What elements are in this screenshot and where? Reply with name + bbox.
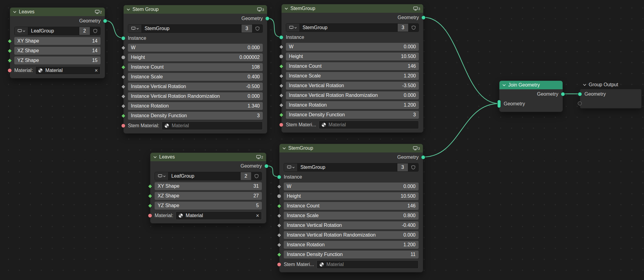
node-header[interactable]: StemGroup 3	[279, 144, 423, 152]
number-field[interactable]: Height 10.500	[284, 192, 419, 200]
number-field[interactable]: Instance Vertical Rotation Randomization…	[286, 91, 419, 99]
node-group-selector[interactable]: StemGroup 3	[282, 22, 423, 33]
instance-input-socket[interactable]	[121, 36, 125, 40]
browse-dropdown-button[interactable]	[284, 163, 297, 171]
geometry-multi-input-socket[interactable]	[497, 100, 501, 108]
geometry-output-socket[interactable]	[264, 164, 269, 168]
number-field[interactable]: YZ Shape 5	[155, 202, 262, 210]
group-name-field[interactable]: StemGroup	[297, 163, 397, 171]
material-field[interactable]: Material ×	[35, 66, 101, 75]
integer-field-input-socket[interactable]	[148, 184, 152, 189]
float-field-input-socket[interactable]	[279, 74, 284, 78]
float-field-input-socket[interactable]	[277, 223, 282, 228]
number-field[interactable]: Instance Rotation 1.200	[286, 101, 419, 109]
browse-dropdown-button[interactable]	[155, 172, 168, 180]
material-input-socket[interactable]	[148, 213, 152, 218]
material-field[interactable]: Material	[319, 121, 419, 129]
material-field[interactable]: Material	[162, 121, 263, 130]
node-header[interactable]: Leaves 2	[150, 153, 266, 161]
integer-field-input-socket[interactable]	[148, 203, 152, 208]
material-field[interactable]: Material	[317, 260, 419, 269]
material-input-socket[interactable]	[8, 68, 12, 73]
group-user-count[interactable]: 2	[79, 27, 90, 35]
group-user-count[interactable]: 3	[397, 163, 408, 171]
node-join-geometry[interactable]: Join Geometry Geometry Geometry	[499, 80, 563, 112]
group-user-count[interactable]: 3	[397, 24, 408, 32]
number-field[interactable]: Instance Vertical Rotation Randomization…	[284, 231, 419, 239]
float-field-input-socket[interactable]	[279, 45, 284, 49]
number-field[interactable]: Instance Count 108	[128, 63, 263, 71]
float-field-input-socket[interactable]	[121, 94, 126, 99]
float-input-socket[interactable]	[121, 55, 125, 60]
integer-field-input-socket[interactable]	[121, 114, 126, 118]
collapse-chevron-icon[interactable]	[153, 156, 157, 158]
browse-dropdown-button[interactable]	[15, 27, 28, 35]
number-field[interactable]: W 0.000	[284, 183, 419, 190]
geometry-output-socket[interactable]	[265, 16, 269, 21]
integer-field-input-socket[interactable]	[148, 194, 152, 198]
fake-user-shield-icon[interactable]	[90, 27, 100, 35]
collapse-chevron-icon[interactable]	[285, 8, 288, 10]
integer-field-input-socket[interactable]	[8, 49, 12, 53]
unlink-x-icon[interactable]: ×	[93, 68, 98, 73]
fake-user-shield-icon[interactable]	[408, 24, 419, 32]
browse-dropdown-button[interactable]	[286, 24, 300, 32]
number-field[interactable]: W 0.000	[128, 44, 263, 52]
number-field[interactable]: Instance Vertical Rotation -3.500	[286, 82, 419, 90]
fake-user-shield-icon[interactable]	[251, 172, 262, 180]
geometry-output-socket[interactable]	[421, 155, 425, 159]
node-header[interactable]: StemGroup 3	[282, 4, 423, 13]
group-name-field[interactable]: StemGroup	[142, 25, 241, 32]
float-field-input-socket[interactable]	[121, 75, 126, 79]
collapse-chevron-icon[interactable]	[13, 11, 16, 13]
number-field[interactable]: Height 10.500	[286, 53, 419, 60]
group-user-count[interactable]: 2	[240, 172, 251, 180]
geometry-output-socket[interactable]	[421, 15, 426, 20]
float-field-input-socket[interactable]	[279, 84, 284, 88]
node-header[interactable]: Stem Group 3	[124, 5, 267, 14]
material-field[interactable]: Material ×	[176, 211, 262, 220]
instance-input-socket[interactable]	[279, 35, 283, 39]
float-field-input-socket[interactable]	[121, 84, 126, 89]
node-leaves-a[interactable]: Leaves 2 Geometry LeafGroup 2	[10, 7, 105, 78]
node-group-selector[interactable]: LeafGroup 2	[150, 171, 266, 181]
number-field[interactable]: Instance Scale 1.200	[286, 72, 419, 80]
node-header[interactable]: Group Output	[580, 80, 642, 89]
float-field-input-socket[interactable]	[121, 104, 126, 108]
number-field[interactable]: Instance Count 146	[284, 202, 419, 210]
float-field-input-socket[interactable]	[277, 213, 282, 218]
float-input-socket[interactable]	[279, 54, 283, 59]
material-input-socket[interactable]	[277, 262, 281, 267]
group-name-field[interactable]: StemGroup	[300, 24, 397, 32]
node-group-selector[interactable]: StemGroup 3	[279, 162, 423, 172]
material-input-socket[interactable]	[121, 124, 125, 128]
number-field[interactable]: XY Shape 31	[155, 182, 262, 190]
number-field[interactable]: XZ Shape 27	[155, 192, 262, 200]
node-group-selector[interactable]: LeafGroup 2	[10, 26, 105, 36]
node-header[interactable]: Join Geometry	[499, 81, 563, 89]
unlink-x-icon[interactable]: ×	[255, 213, 259, 218]
fake-user-shield-icon[interactable]	[408, 163, 418, 171]
node-leaves-b[interactable]: Leaves 2 Geometry LeafGroup 2	[150, 152, 266, 224]
node-group-selector[interactable]: StemGroup 3	[124, 23, 267, 34]
collapse-chevron-icon[interactable]	[283, 147, 286, 149]
float-field-input-socket[interactable]	[277, 233, 282, 237]
number-field[interactable]: Instance Vertical Rotation -0.400	[284, 221, 419, 229]
number-field[interactable]: Instance Rotation 1.200	[284, 241, 419, 249]
material-input-socket[interactable]	[279, 123, 283, 127]
number-field[interactable]: Height 0.000002	[128, 53, 263, 61]
number-field[interactable]: W 0.000	[286, 43, 419, 51]
number-field[interactable]: Instance Count 146	[286, 62, 419, 70]
integer-field-input-socket[interactable]	[8, 39, 12, 43]
instance-input-socket[interactable]	[277, 175, 281, 179]
float-field-input-socket[interactable]	[277, 184, 282, 189]
number-field[interactable]: Instance Density Function 3	[286, 111, 419, 119]
float-field-input-socket[interactable]	[121, 46, 126, 50]
float-field-input-socket[interactable]	[277, 243, 282, 247]
group-name-field[interactable]: LeafGroup	[168, 172, 240, 180]
collapse-chevron-icon[interactable]	[583, 84, 586, 86]
group-name-field[interactable]: LeafGroup	[28, 27, 79, 35]
number-field[interactable]: Instance Scale 0.400	[128, 73, 263, 81]
node-stem-group-b[interactable]: StemGroup 3 Geometry StemGroup 3	[281, 4, 423, 133]
number-field[interactable]: Instance Density Function 3	[128, 112, 263, 120]
